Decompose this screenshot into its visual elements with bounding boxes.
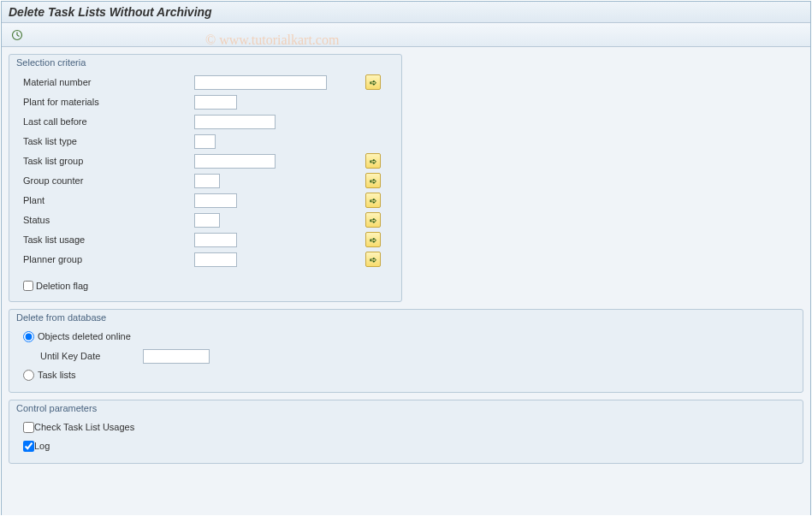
label-material-number: Material number xyxy=(23,77,194,87)
input-task-list-usage[interactable] xyxy=(194,233,237,247)
input-task-list-type[interactable] xyxy=(194,134,216,149)
label-check-usages: Check Task List Usages xyxy=(34,422,134,432)
checkbox-check-usages[interactable] xyxy=(23,422,34,433)
delete-database-group: Delete from database Objects deleted onl… xyxy=(9,309,803,393)
multiselect-planner-group[interactable]: ➪ xyxy=(365,252,381,267)
label-plant: Plant xyxy=(23,195,194,205)
arrow-right-icon: ➪ xyxy=(370,196,376,205)
label-log: Log xyxy=(34,441,50,451)
execute-button[interactable] xyxy=(9,27,26,44)
input-material-number[interactable] xyxy=(194,75,327,90)
group-title-delete-db: Delete from database xyxy=(9,310,803,328)
group-title-control: Control parameters xyxy=(9,400,803,418)
checkbox-log[interactable] xyxy=(23,441,34,452)
input-last-call[interactable] xyxy=(194,115,276,129)
label-group-counter: Group counter xyxy=(23,175,194,186)
multiselect-material-number[interactable]: ➪ xyxy=(365,74,381,90)
arrow-right-icon: ➪ xyxy=(370,216,376,225)
group-title-selection: Selection criteria xyxy=(9,55,401,73)
selection-criteria-group: Selection criteria Material number ➪ Pla… xyxy=(9,54,402,302)
input-plant[interactable] xyxy=(194,193,237,208)
arrow-right-icon: ➪ xyxy=(370,157,376,166)
page-title: Delete Task Lists Without Archiving xyxy=(9,5,803,19)
label-task-list-type: Task list type xyxy=(23,136,194,146)
svg-line-2 xyxy=(17,35,20,37)
label-task-lists: Task lists xyxy=(38,370,76,380)
control-parameters-group: Control parameters Check Task List Usage… xyxy=(9,400,803,464)
multiselect-plant[interactable]: ➪ xyxy=(365,193,381,208)
label-plant-materials: Plant for materials xyxy=(23,97,194,107)
input-until-key-date[interactable] xyxy=(143,349,210,364)
multiselect-task-list-usage[interactable]: ➪ xyxy=(365,232,381,247)
clock-execute-icon xyxy=(11,29,23,41)
multiselect-group-counter[interactable]: ➪ xyxy=(365,173,381,188)
arrow-right-icon: ➪ xyxy=(370,176,376,186)
title-bar: Delete Task Lists Without Archiving xyxy=(2,2,810,23)
arrow-right-icon: ➪ xyxy=(370,78,376,87)
input-planner-group[interactable] xyxy=(194,252,237,267)
label-task-list-usage: Task list usage xyxy=(23,234,194,245)
label-deletion-flag: Deletion flag xyxy=(36,281,88,291)
arrow-right-icon: ➪ xyxy=(370,255,376,264)
label-last-call: Last call before xyxy=(23,116,194,127)
label-until-key-date: Until Key Date xyxy=(40,351,143,361)
arrow-right-icon: ➪ xyxy=(370,235,376,245)
input-status[interactable] xyxy=(194,213,220,228)
checkbox-deletion-flag[interactable] xyxy=(23,281,33,291)
label-task-list-group: Task list group xyxy=(23,156,194,166)
multiselect-task-list-group[interactable]: ➪ xyxy=(365,153,381,169)
radio-objects-online[interactable] xyxy=(23,331,34,342)
label-objects-online: Objects deleted online xyxy=(38,331,131,341)
label-planner-group: Planner group xyxy=(23,254,194,264)
label-status: Status xyxy=(23,215,194,225)
input-group-counter[interactable] xyxy=(194,174,220,188)
multiselect-status[interactable]: ➪ xyxy=(365,212,381,228)
input-plant-materials[interactable] xyxy=(194,95,237,110)
radio-task-lists[interactable] xyxy=(23,370,34,381)
toolbar xyxy=(2,23,810,47)
input-task-list-group[interactable] xyxy=(194,154,276,169)
